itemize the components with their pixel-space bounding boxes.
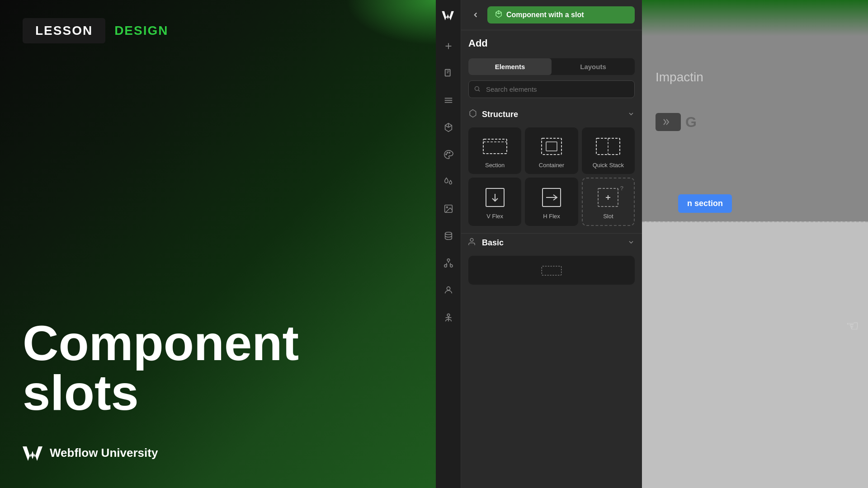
- search-row: [468, 80, 635, 98]
- elements-grid: Section Container Quick Stack: [461, 127, 642, 233]
- component-icon: [495, 10, 503, 20]
- structure-section-header: Structure: [461, 105, 642, 127]
- layers-icon[interactable]: [440, 92, 457, 108]
- slot-question-icon: ?: [620, 185, 623, 192]
- quick-stack-label: Quick Stack: [593, 162, 624, 169]
- svg-point-15: [447, 287, 450, 290]
- v-flex-label: V Flex: [486, 213, 503, 220]
- right-icons-row: G: [656, 113, 697, 131]
- structure-chevron-icon[interactable]: [627, 110, 635, 119]
- basic-section-header: Basic: [461, 233, 642, 252]
- slot-label: Slot: [603, 213, 613, 220]
- element-section[interactable]: Section: [468, 127, 521, 174]
- component-title-button[interactable]: Component with a slot: [487, 6, 635, 23]
- main-title-line2: slots: [23, 368, 413, 418]
- svg-point-8: [449, 152, 450, 153]
- element-quick-stack[interactable]: Quick Stack: [582, 127, 635, 174]
- basic-title-text: Basic: [482, 238, 504, 248]
- container-element-icon: [538, 136, 565, 157]
- right-side-panel: Impactin G n section ☞: [642, 0, 868, 488]
- lesson-badge: LESSON: [23, 18, 105, 43]
- structure-label-row: Structure: [468, 109, 518, 120]
- search-icon: [474, 85, 481, 94]
- design-label: DESIGN: [114, 23, 168, 38]
- components-icon[interactable]: [440, 119, 457, 136]
- database-icon[interactable]: [440, 228, 457, 244]
- section-label: Section: [485, 162, 505, 169]
- right-top-decoration: [642, 0, 868, 36]
- anchor-icon[interactable]: [440, 309, 457, 325]
- right-icon-box: [656, 113, 681, 131]
- basic-label-row: Basic: [468, 237, 504, 249]
- main-title: Component slots: [23, 318, 413, 418]
- basic-el-icon: [540, 264, 563, 279]
- webflow-logo-row: Webflow University: [23, 445, 413, 461]
- section-element-icon: [481, 136, 509, 157]
- svg-point-11: [445, 232, 452, 235]
- webflow-university-text: Webflow University: [50, 446, 158, 460]
- webflow-logo-icon: [23, 445, 44, 461]
- add-section-heading: Add: [461, 30, 642, 58]
- panel-header: Component with a slot: [461, 0, 642, 30]
- basic-section-icon: [468, 237, 477, 249]
- svg-point-13: [444, 265, 447, 267]
- slot-element-icon: ?: [594, 187, 622, 208]
- user-icon[interactable]: [440, 282, 457, 298]
- basic-element-placeholder[interactable]: [468, 256, 635, 285]
- tabs-row: Elements Layouts: [468, 58, 635, 75]
- svg-rect-18: [483, 139, 507, 154]
- left-panel: LESSON DESIGN Component slots Webflow Un…: [0, 0, 436, 488]
- element-h-flex[interactable]: H Flex: [525, 178, 578, 226]
- pages-icon[interactable]: [440, 65, 457, 81]
- impacting-text: Impactin: [656, 70, 703, 84]
- svg-point-7: [447, 152, 448, 153]
- back-button[interactable]: [468, 8, 483, 22]
- structure-icon: [468, 109, 477, 120]
- add-icon[interactable]: [440, 38, 457, 54]
- container-label: Container: [539, 162, 564, 169]
- drops-icon[interactable]: [440, 174, 457, 190]
- svg-point-16: [447, 314, 450, 317]
- lesson-design-row: LESSON DESIGN: [23, 18, 413, 43]
- right-bottom-area: [642, 221, 868, 488]
- tab-layouts[interactable]: Layouts: [552, 58, 635, 75]
- svg-point-29: [470, 239, 473, 242]
- structure-title-text: Structure: [482, 110, 518, 119]
- toolbar: [436, 0, 461, 488]
- g-text: G: [685, 114, 697, 131]
- h-flex-label: H Flex: [543, 213, 560, 220]
- svg-point-10: [446, 206, 448, 208]
- svg-rect-21: [546, 142, 557, 151]
- element-container[interactable]: Container: [525, 127, 578, 174]
- main-title-line1: Component: [23, 318, 413, 368]
- search-input[interactable]: [468, 80, 635, 98]
- v-flex-element-icon: [481, 187, 509, 208]
- element-v-flex[interactable]: V Flex: [468, 178, 521, 226]
- cursor-hand-icon: ☞: [846, 317, 859, 334]
- h-flex-element-icon: [538, 187, 565, 208]
- connection-icon[interactable]: [440, 255, 457, 271]
- add-section-button[interactable]: n section: [678, 194, 732, 213]
- svg-point-14: [450, 265, 453, 267]
- component-title-text: Component with a slot: [506, 11, 584, 19]
- element-slot[interactable]: ? Slot: [582, 178, 635, 226]
- tab-elements[interactable]: Elements: [468, 58, 552, 75]
- svg-point-17: [475, 86, 479, 90]
- toolbar-logo[interactable]: [440, 7, 457, 23]
- basic-chevron-icon[interactable]: [627, 239, 635, 248]
- main-panel: Component with a slot Add Elements Layou…: [461, 0, 642, 488]
- theme-icon[interactable]: [440, 146, 457, 163]
- svg-point-12: [447, 259, 450, 262]
- basic-elements-row: [461, 252, 642, 288]
- svg-rect-20: [542, 138, 561, 155]
- add-heading-text: Add: [468, 38, 635, 49]
- svg-point-6: [445, 154, 446, 155]
- image-icon[interactable]: [440, 201, 457, 217]
- svg-rect-30: [542, 266, 561, 275]
- quick-stack-element-icon: [594, 136, 622, 157]
